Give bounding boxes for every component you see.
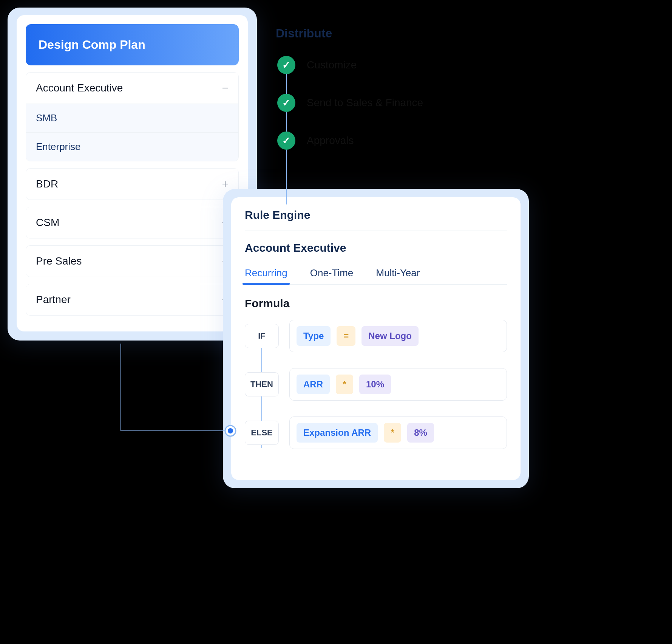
- keyword-if: IF: [245, 324, 279, 348]
- acc-header-csm[interactable]: CSM +: [26, 207, 238, 238]
- distribute-title: Distribute: [276, 26, 540, 40]
- design-comp-plan-card: Design Comp Plan Account Executive − SMB…: [8, 8, 257, 341]
- acc-header-pre-sales[interactable]: Pre Sales +: [26, 246, 238, 277]
- rule-engine-subtitle: Account Executive: [245, 231, 507, 262]
- distribute-section: Distribute ✓ Customize ✓ Send to Sales &…: [276, 26, 540, 165]
- step-label: Approvals: [307, 135, 354, 147]
- acc-label: BDR: [36, 178, 58, 190]
- check-icon: ✓: [277, 56, 295, 74]
- expression-else[interactable]: Expansion ARR * 8%: [289, 416, 507, 449]
- tab-one-time[interactable]: One-Time: [310, 262, 354, 284]
- check-icon: ✓: [277, 94, 295, 112]
- keyword-else: ELSE: [245, 421, 279, 445]
- rule-engine-title: Rule Engine: [245, 209, 507, 231]
- acc-group-csm: CSM +: [26, 207, 239, 238]
- keyword-then: THEN: [245, 372, 279, 396]
- chip-operator[interactable]: *: [384, 423, 401, 443]
- tab-multi-year[interactable]: Multi-Year: [376, 262, 420, 284]
- acc-header-bdr[interactable]: BDR +: [26, 169, 238, 200]
- acc-header-account-executive[interactable]: Account Executive −: [26, 73, 238, 104]
- formula-row-else: ELSE Expansion ARR * 8%: [245, 416, 507, 449]
- expression-then[interactable]: ARR * 10%: [289, 368, 507, 401]
- formula-row-then: THEN ARR * 10%: [245, 368, 507, 401]
- check-icon: ✓: [277, 132, 295, 150]
- chip-value[interactable]: 8%: [407, 423, 434, 443]
- step-label: Customize: [307, 59, 357, 71]
- acc-label: Pre Sales: [36, 255, 82, 267]
- acc-group-partner: Partner +: [26, 284, 239, 316]
- step-label: Send to Sales & Finance: [307, 97, 423, 109]
- acc-header-partner[interactable]: Partner +: [26, 284, 238, 315]
- distribute-steps: ✓ Customize ✓ Send to Sales & Finance ✓ …: [277, 52, 540, 154]
- step-customize: ✓ Customize: [277, 52, 540, 78]
- rule-tabs: Recurring One-Time Multi-Year: [245, 262, 507, 285]
- sub-item-smb[interactable]: SMB: [26, 104, 238, 132]
- design-comp-plan-inner: Design Comp Plan Account Executive − SMB…: [17, 15, 248, 331]
- chip-value[interactable]: New Logo: [361, 326, 419, 346]
- design-comp-plan-title: Design Comp Plan: [26, 24, 239, 65]
- rule-engine-inner: Rule Engine Account Executive Recurring …: [231, 197, 521, 480]
- chip-field[interactable]: Expansion ARR: [297, 423, 378, 443]
- tab-recurring[interactable]: Recurring: [245, 262, 287, 284]
- formula-rows: IF Type = New Logo THEN ARR * 10% ELSE: [245, 320, 507, 449]
- chip-field[interactable]: Type: [297, 326, 331, 346]
- chip-value[interactable]: 10%: [359, 375, 391, 394]
- chip-field[interactable]: ARR: [297, 375, 330, 394]
- acc-group-pre-sales: Pre Sales +: [26, 245, 239, 277]
- plus-icon: +: [222, 178, 229, 190]
- acc-label: CSM: [36, 217, 59, 229]
- rule-engine-card: Rule Engine Account Executive Recurring …: [223, 189, 529, 488]
- formula-row-if: IF Type = New Logo: [245, 320, 507, 352]
- sub-item-enterprise[interactable]: Enterprise: [26, 132, 238, 161]
- expression-if[interactable]: Type = New Logo: [289, 320, 507, 352]
- minus-icon: −: [222, 82, 229, 94]
- step-send: ✓ Send to Sales & Finance: [277, 90, 540, 116]
- acc-label: Partner: [36, 294, 71, 306]
- formula-title: Formula: [245, 297, 507, 310]
- step-approvals: ✓ Approvals: [277, 127, 540, 154]
- acc-label: Account Executive: [36, 82, 123, 94]
- acc-group-bdr: BDR +: [26, 168, 239, 200]
- chip-operator[interactable]: =: [337, 326, 355, 346]
- chip-operator[interactable]: *: [336, 375, 353, 394]
- acc-group-account-executive: Account Executive − SMB Enterprise: [26, 72, 239, 161]
